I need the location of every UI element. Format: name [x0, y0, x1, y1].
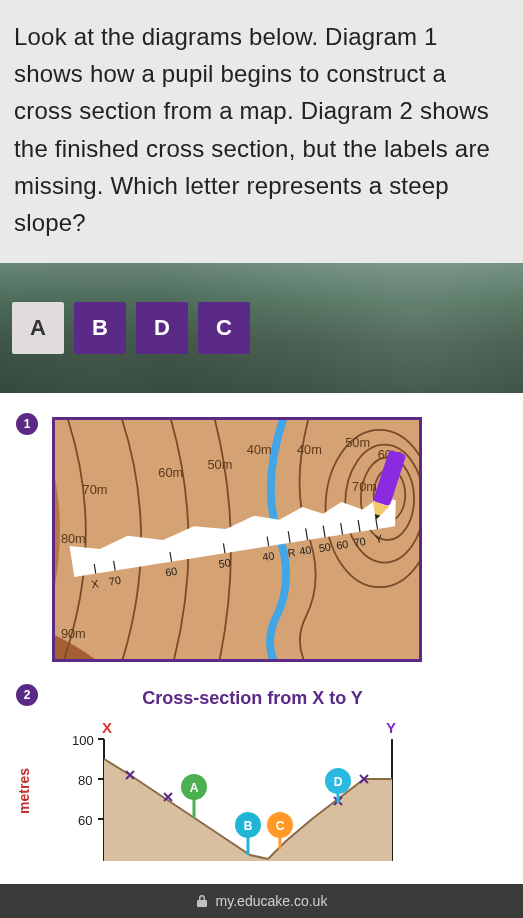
lock-icon: [196, 894, 208, 908]
diagram-1-badge: 1: [16, 413, 38, 435]
svg-text:50: 50: [218, 556, 232, 570]
answer-option-c[interactable]: C: [198, 302, 250, 354]
y-tick: 100: [72, 733, 94, 748]
browser-url-bar: my.educake.co.uk: [0, 884, 523, 918]
contour-map-svg: 70m 60m 50m 40m 40m 50m 60m 70m 80m 90m …: [55, 420, 419, 661]
contour-label: 40m: [297, 443, 322, 458]
answer-option-a[interactable]: A: [12, 302, 64, 354]
chart-x-label: X: [102, 721, 112, 736]
cross-section-chart: metres 100 80 60 X Y: [52, 721, 422, 861]
svg-text:B: B: [244, 819, 253, 833]
answer-option-d[interactable]: D: [136, 302, 188, 354]
question-panel: Look at the diagrams below. Diagram 1 sh…: [0, 0, 523, 263]
svg-text:C: C: [276, 819, 285, 833]
cross-section-svg: 100 80 60 X Y A: [52, 721, 422, 861]
diagram-1: 1 70m 60m: [34, 417, 471, 662]
y-tick: 80: [78, 773, 92, 788]
answer-bar-background: A B D C: [0, 263, 523, 393]
contour-label: 90m: [61, 627, 86, 642]
chart-title: Cross-section from X to Y: [34, 688, 471, 709]
diagram-2-badge: 2: [16, 684, 38, 706]
svg-text:50: 50: [318, 541, 332, 555]
contour-label: 70m: [352, 479, 377, 494]
contour-label: 60m: [158, 465, 183, 480]
diagrams-content: 1 70m 60m: [0, 393, 523, 861]
svg-text:70: 70: [353, 535, 367, 549]
contour-map: 70m 60m 50m 40m 40m 50m 60m 70m 80m 90m …: [52, 417, 422, 662]
chart-y-label: Y: [386, 721, 396, 736]
answer-buttons: A B D C: [12, 302, 250, 354]
svg-text:40: 40: [298, 544, 312, 558]
contour-label: 70m: [83, 482, 108, 497]
contour-label: 50m: [345, 435, 370, 450]
answer-option-b[interactable]: B: [74, 302, 126, 354]
svg-text:70: 70: [108, 574, 122, 588]
svg-text:40: 40: [262, 549, 276, 563]
y-tick: 60: [78, 813, 92, 828]
contour-label: 40m: [247, 443, 272, 458]
page-url: my.educake.co.uk: [216, 893, 328, 909]
contour-label: 80m: [61, 531, 86, 546]
svg-text:60: 60: [335, 538, 349, 552]
contour-label: 50m: [207, 457, 232, 472]
svg-text:D: D: [334, 775, 343, 789]
diagram-2: 2 Cross-section from X to Y metres 100 8…: [34, 688, 471, 861]
question-text: Look at the diagrams below. Diagram 1 sh…: [14, 18, 509, 241]
svg-text:60: 60: [164, 565, 178, 579]
y-axis-label: metres: [16, 768, 32, 814]
svg-text:A: A: [190, 781, 199, 795]
